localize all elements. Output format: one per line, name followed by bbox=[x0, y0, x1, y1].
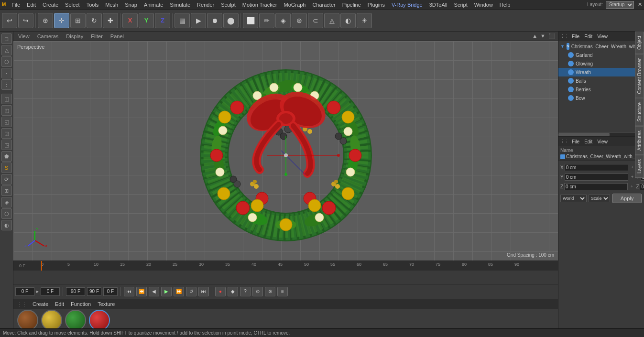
end-frame-input[interactable] bbox=[66, 287, 85, 296]
step-forward-button[interactable]: ⏩ bbox=[174, 287, 184, 296]
menu-3dtoall[interactable]: 3DToAll bbox=[426, 1, 450, 9]
mat-menu-edit[interactable]: Edit bbox=[52, 300, 67, 308]
tab-object[interactable]: Object bbox=[635, 32, 644, 54]
ap-menu-view[interactable]: View bbox=[595, 139, 610, 145]
record-button[interactable]: ● bbox=[215, 287, 226, 296]
menu-help[interactable]: Help bbox=[497, 1, 513, 9]
menu-file[interactable]: File bbox=[9, 1, 23, 9]
mat-menu-create[interactable]: Create bbox=[30, 300, 51, 308]
menu-tools[interactable]: Tools bbox=[84, 1, 102, 9]
redo-button[interactable]: ↪ bbox=[18, 13, 33, 28]
close-icon[interactable]: ✕ bbox=[638, 1, 642, 8]
vp-tab-panel[interactable]: Panel bbox=[109, 33, 126, 40]
mat-menu-texture[interactable]: Texture bbox=[95, 300, 118, 308]
menu-simulate[interactable]: Simulate bbox=[167, 1, 193, 9]
auto-key-button[interactable]: ? bbox=[240, 287, 251, 296]
om-item-wreath[interactable]: Wreath bbox=[558, 68, 644, 76]
menu-create[interactable]: Create bbox=[40, 1, 61, 9]
array-button[interactable]: ⊛ bbox=[292, 13, 307, 28]
om-scrollbar-thumb[interactable] bbox=[558, 133, 610, 136]
viewport-minimize-icon[interactable]: ▼ bbox=[540, 33, 546, 39]
menu-pipeline[interactable]: Pipeline bbox=[339, 1, 364, 9]
viewport-expand-icon[interactable]: ⬛ bbox=[548, 33, 555, 39]
menu-mograph[interactable]: MoGraph bbox=[281, 1, 309, 9]
axis-y-button[interactable]: Y bbox=[139, 13, 154, 28]
menu-select[interactable]: Select bbox=[62, 1, 83, 9]
scale-tool[interactable]: ⊞ bbox=[70, 13, 86, 28]
left-tool-4[interactable]: ◱ bbox=[1, 117, 12, 127]
nurbs-button[interactable]: ◈ bbox=[275, 13, 291, 28]
render-all-button[interactable]: ⏺ bbox=[207, 13, 222, 28]
rotate-tool[interactable]: ↻ bbox=[87, 13, 102, 28]
om-menu-view[interactable]: View bbox=[595, 33, 610, 40]
menu-edit[interactable]: Edit bbox=[24, 1, 39, 9]
left-tool-2[interactable]: ◫ bbox=[1, 94, 12, 104]
scale-select[interactable]: Scale bbox=[589, 195, 610, 202]
om-menu-edit[interactable]: Edit bbox=[582, 33, 594, 40]
cube-button[interactable]: ⬜ bbox=[243, 13, 258, 28]
vp-tab-cameras[interactable]: Cameras bbox=[35, 33, 61, 40]
left-tool-11[interactable]: ◈ bbox=[1, 197, 12, 207]
om-item-balls[interactable]: Balls bbox=[558, 76, 644, 85]
render-frame-button[interactable]: ▶ bbox=[191, 13, 206, 28]
transform-tool[interactable]: ✚ bbox=[103, 13, 118, 28]
timeline-settings-button[interactable]: ≡ bbox=[277, 287, 288, 296]
mat-menu-function[interactable]: Function bbox=[68, 300, 94, 308]
layout-select[interactable]: Startup bbox=[606, 1, 634, 9]
step-back-button[interactable]: ⏪ bbox=[136, 287, 147, 296]
coord-x-pos[interactable] bbox=[565, 164, 628, 171]
pen-button[interactable]: ✏ bbox=[259, 13, 274, 28]
menu-mesh[interactable]: Mesh bbox=[102, 1, 121, 9]
coord-y-pos[interactable] bbox=[565, 174, 628, 181]
undo-button[interactable]: ↩ bbox=[2, 13, 17, 28]
left-tool-3[interactable]: ◰ bbox=[1, 105, 12, 116]
om-menu-file[interactable]: File bbox=[570, 33, 581, 40]
move-tool[interactable]: ✛ bbox=[54, 13, 69, 28]
ap-menu-edit[interactable]: Edit bbox=[582, 139, 594, 145]
om-item-root[interactable]: ▼ N Christmas_Cheer_Wreath_with_Re bbox=[558, 42, 644, 51]
menu-snap[interactable]: Snap bbox=[122, 1, 140, 9]
om-item-garland[interactable]: Garland bbox=[558, 51, 644, 59]
ap-menu-file[interactable]: File bbox=[570, 139, 581, 145]
om-item-bow[interactable]: Bow bbox=[558, 94, 644, 102]
render-region-button[interactable]: ▦ bbox=[175, 13, 190, 28]
menu-window[interactable]: Window bbox=[471, 1, 496, 9]
coord-z-pos[interactable] bbox=[564, 183, 628, 190]
left-tool-5[interactable]: ◲ bbox=[1, 128, 12, 139]
menu-render[interactable]: Render bbox=[194, 1, 217, 9]
goto-start-button[interactable]: ⏮ bbox=[124, 287, 134, 296]
play-reverse-button[interactable]: ◀ bbox=[149, 287, 159, 296]
light-button[interactable]: ☀ bbox=[357, 13, 372, 28]
frame-counter-input[interactable] bbox=[41, 287, 60, 296]
fps2-input[interactable] bbox=[103, 287, 118, 296]
left-tool-13[interactable]: ◐ bbox=[1, 220, 12, 230]
tab-structure[interactable]: Structure bbox=[635, 98, 644, 126]
play-button[interactable]: ▶ bbox=[161, 287, 172, 296]
playback-settings-button[interactable]: ⊗ bbox=[265, 287, 275, 296]
menu-motion-tracker[interactable]: Motion Tracker bbox=[240, 1, 280, 9]
menu-animate[interactable]: Animate bbox=[141, 1, 166, 9]
fps-input[interactable] bbox=[87, 287, 101, 296]
world-select[interactable]: World Local bbox=[560, 195, 587, 202]
left-tool-9[interactable]: ⟳ bbox=[1, 174, 12, 185]
apply-button[interactable]: Apply bbox=[612, 194, 642, 203]
vp-tab-filter[interactable]: Filter bbox=[89, 33, 104, 40]
tab-layers[interactable]: Layers bbox=[635, 155, 644, 178]
goto-end-button[interactable]: ⏭ bbox=[198, 287, 209, 296]
viewport-maximize-icon[interactable]: ▲ bbox=[532, 33, 537, 39]
keyframe-button[interactable]: ◆ bbox=[228, 287, 238, 296]
loop-button[interactable]: ↺ bbox=[186, 287, 196, 296]
axis-z-button[interactable]: Z bbox=[155, 13, 170, 28]
menu-plugins[interactable]: Plugins bbox=[365, 1, 388, 9]
tab-content-browser[interactable]: Content Browser bbox=[635, 54, 644, 98]
left-tool-edge-mode[interactable]: ⬡ bbox=[1, 56, 12, 67]
current-frame-input[interactable]: 0 F bbox=[15, 287, 34, 296]
tab-attributes[interactable]: Attributes bbox=[635, 126, 644, 155]
menu-vray-bridge[interactable]: V-Ray Bridge bbox=[389, 1, 426, 9]
vp-tab-view[interactable]: View bbox=[16, 33, 32, 40]
om-item-glowing[interactable]: Glowing bbox=[558, 59, 644, 68]
menu-sculpt[interactable]: Sculpt bbox=[218, 1, 239, 9]
left-tool-10[interactable]: ⊞ bbox=[1, 185, 12, 196]
effector-button[interactable]: ◬ bbox=[324, 13, 339, 28]
left-tool-6[interactable]: ◳ bbox=[1, 140, 12, 150]
